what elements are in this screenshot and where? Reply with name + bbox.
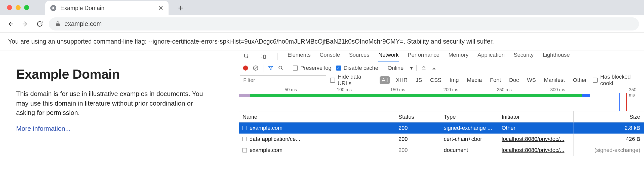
timeline-tick: 200 ms [444, 87, 458, 92]
devtools-tab-sources[interactable]: Sources [349, 52, 369, 61]
throttling-select[interactable]: Online▾ [388, 65, 417, 71]
record-button[interactable] [243, 66, 248, 71]
filter-icon[interactable] [268, 65, 273, 71]
devtools-tab-security[interactable]: Security [514, 52, 534, 61]
devtools-tab-network[interactable]: Network [378, 52, 399, 61]
browser-titlebar: Example Domain ✕ [0, 0, 644, 15]
col-initiator[interactable]: Initiator [498, 111, 574, 122]
close-window-button[interactable] [7, 5, 12, 10]
disable-cache-label: Disable cache [344, 65, 378, 71]
filter-type-media[interactable]: Media [465, 76, 484, 84]
col-size[interactable]: Size [574, 111, 644, 122]
devtools-panel: ElementsConsoleSourcesNetworkPerformance… [239, 50, 644, 190]
svg-point-11 [279, 66, 282, 69]
filter-type-doc[interactable]: Doc [507, 76, 521, 84]
blocked-cookies-checkbox[interactable]: Has blocked cooki [593, 74, 644, 87]
network-filter-bar: Filter Hide data URLs AllXHRJSCSSImgMedi… [239, 74, 644, 86]
infobar-warning: You are using an unsupported command-lin… [0, 33, 644, 50]
filter-type-xhr[interactable]: XHR [394, 76, 410, 84]
reload-button[interactable] [34, 18, 45, 29]
file-icon [243, 148, 247, 152]
svg-point-1 [52, 6, 55, 11]
filter-input[interactable]: Filter [240, 75, 326, 85]
devtools-tab-lighthouse[interactable]: Lighthouse [543, 52, 570, 61]
lock-icon [55, 21, 60, 27]
page-heading: Example Domain [16, 67, 223, 82]
browser-toolbar: example.com [0, 15, 644, 33]
filter-type-js[interactable]: JS [414, 76, 424, 84]
filter-type-img[interactable]: Img [448, 76, 461, 84]
rendered-page: Example Domain This domain is for use in… [0, 50, 239, 190]
back-button[interactable] [5, 18, 16, 29]
inspect-element-icon[interactable] [243, 53, 251, 59]
col-status[interactable]: Status [395, 111, 440, 122]
timeline-tick: 150 ms [390, 87, 405, 92]
timeline-tick: 50 ms [285, 87, 297, 92]
col-name[interactable]: Name [239, 111, 395, 122]
devtools-tab-console[interactable]: Console [320, 52, 340, 61]
window-traffic-lights [7, 5, 29, 10]
close-tab-icon[interactable]: ✕ [158, 4, 164, 12]
disable-cache-checkbox[interactable]: ✓Disable cache [336, 65, 378, 71]
preserve-log-checkbox[interactable]: Preserve log [293, 65, 332, 71]
address-bar[interactable]: example.com [49, 17, 639, 30]
svg-rect-5 [56, 23, 60, 26]
table-row[interactable]: example.com200documentlocalhost:8080/pri… [239, 145, 644, 156]
devtools-tabstrip: ElementsConsoleSourcesNetworkPerformance… [239, 50, 644, 62]
new-tab-button[interactable] [176, 3, 186, 13]
forward-button[interactable] [20, 18, 31, 29]
globe-icon [50, 5, 56, 11]
devtools-tab-performance[interactable]: Performance [408, 52, 439, 61]
more-info-link[interactable]: More information... [16, 125, 71, 133]
minimize-window-button[interactable] [16, 5, 21, 10]
devtools-tab-application[interactable]: Application [477, 52, 505, 61]
timeline-tick: 300 ms [550, 87, 565, 92]
filter-type-font[interactable]: Font [488, 76, 503, 84]
device-toolbar-icon[interactable] [260, 53, 267, 59]
filter-type-css[interactable]: CSS [428, 76, 444, 84]
devtools-tab-memory[interactable]: Memory [449, 52, 468, 61]
tab-title: Example Domain [60, 5, 154, 12]
upload-har-icon[interactable] [421, 65, 427, 71]
timeline-tick: 250 ms [497, 87, 512, 92]
devtools-tab-elements[interactable]: Elements [288, 52, 311, 61]
file-icon [243, 126, 247, 130]
url-text: example.com [64, 20, 102, 27]
search-icon[interactable] [278, 65, 284, 71]
page-body-text: This domain is for use in illustrative e… [16, 89, 212, 118]
browser-tab[interactable]: Example Domain ✕ [45, 1, 169, 15]
preserve-log-label: Preserve log [300, 65, 332, 71]
infobar-text: You are using an unsupported command-lin… [8, 38, 494, 45]
svg-line-10 [254, 66, 257, 70]
timeline-tick: 100 ms [337, 87, 352, 92]
filter-type-ws[interactable]: WS [525, 76, 538, 84]
network-request-table: Name Status Type Initiator Size example.… [239, 111, 644, 190]
hide-data-urls-checkbox[interactable]: Hide data URLs [330, 74, 376, 87]
table-row[interactable]: example.com200signed-exchange ...Other2.… [239, 122, 644, 134]
filter-type-all[interactable]: All [380, 76, 390, 84]
svg-rect-8 [263, 55, 266, 58]
table-header-row: Name Status Type Initiator Size [239, 111, 644, 122]
col-type[interactable]: Type [440, 111, 498, 122]
table-row[interactable]: data:application/ce...200cert-chain+cbor… [239, 134, 644, 145]
clear-log-icon[interactable] [253, 65, 259, 71]
file-icon [243, 137, 247, 141]
filter-type-other[interactable]: Other [571, 76, 589, 84]
svg-line-12 [281, 69, 283, 70]
network-controls: Preserve log ✓Disable cache Online▾ [239, 62, 644, 74]
filter-type-manifest[interactable]: Manifest [542, 76, 567, 84]
network-timeline[interactable]: 50 ms100 ms150 ms200 ms250 ms300 ms350 m… [239, 86, 644, 111]
chevron-down-icon: ▾ [410, 65, 413, 71]
zoom-window-button[interactable] [24, 5, 29, 10]
download-har-icon[interactable] [431, 65, 437, 71]
